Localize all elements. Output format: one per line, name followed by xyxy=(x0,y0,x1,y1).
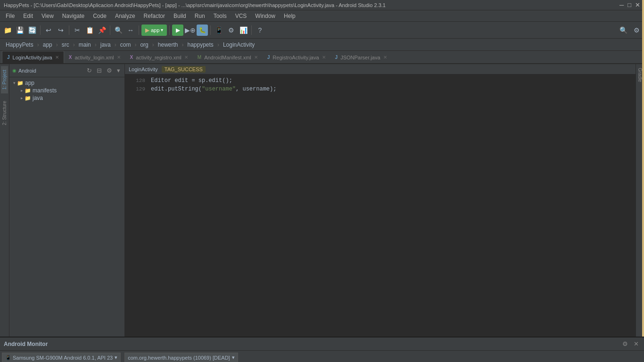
collapse-icon[interactable]: ⊟ xyxy=(95,66,103,75)
nav-app[interactable]: app xyxy=(41,41,54,49)
nav-happypets2[interactable]: happypets xyxy=(185,41,215,49)
device-icon: 📱 xyxy=(5,355,11,360)
code-line-129: 129 edit.putString("username", username)… xyxy=(129,85,632,93)
toolbar-settings-btn[interactable]: ⚙ xyxy=(631,25,642,36)
menu-help[interactable]: Help xyxy=(280,12,299,20)
project-settings-icon[interactable]: ⚙ xyxy=(105,66,114,75)
menu-tools[interactable]: Tools xyxy=(210,12,231,20)
menu-build[interactable]: Build xyxy=(170,12,190,20)
toolbar-sep-6 xyxy=(210,25,211,35)
nav-happypets[interactable]: HappyPets xyxy=(4,41,35,49)
nav-org[interactable]: org xyxy=(138,41,150,49)
device-dropdown[interactable]: 📱 Samsung SM-G900M Android 6.0.1, API 23… xyxy=(2,353,121,362)
nav-hewerth[interactable]: hewerth xyxy=(156,41,180,49)
tab-loginactivity[interactable]: J LoginActivity.java ✕ xyxy=(2,51,64,63)
nav-bar: HappyPets › app › src › main › java › co… xyxy=(0,39,644,51)
nav-main[interactable]: main xyxy=(77,41,93,49)
menu-window[interactable]: Window xyxy=(251,12,279,20)
menu-refactor[interactable]: Refactor xyxy=(140,12,169,20)
nav-java[interactable]: java xyxy=(99,41,113,49)
menu-code[interactable]: Code xyxy=(89,12,110,20)
toolbar-sep-1 xyxy=(40,25,41,35)
xml-icon-1: X xyxy=(69,55,72,60)
tab-close-activity-registro[interactable]: ✕ xyxy=(184,55,188,60)
menu-vcs[interactable]: VCS xyxy=(231,12,251,20)
sync-project-icon[interactable]: ↻ xyxy=(85,66,93,75)
run-config-dropdown[interactable]: ▶ app ▾ xyxy=(141,25,167,36)
toolbar-undo-btn[interactable]: ↩ xyxy=(43,25,54,36)
minimize-btn[interactable]: ─ xyxy=(619,1,624,8)
menu-analyze[interactable]: Analyze xyxy=(111,12,139,20)
tab-androidmanifest[interactable]: M AndroidManifest.xml ✕ xyxy=(193,51,263,63)
menu-bar: File Edit View Navigate Code Analyze Ref… xyxy=(0,10,644,22)
toolbar-replace-btn[interactable]: ↔ xyxy=(125,25,136,36)
project-panel-header: ◉ Android ↻ ⊟ ⚙ ▾ xyxy=(9,64,124,77)
toolbar-save-btn[interactable]: 💾 xyxy=(14,25,25,36)
code-content[interactable]: 128 Editor edit = sp.edit(); 129 edit.pu… xyxy=(125,74,636,337)
tree-item-manifests[interactable]: ▸ 📁 manifests xyxy=(9,87,124,94)
toolbar-search-everywhere-btn[interactable]: 🔍 xyxy=(618,25,629,36)
toolbar-run-with-coverage-btn[interactable]: ▶⊕ xyxy=(184,25,196,36)
toolbar-help-btn[interactable]: ? xyxy=(254,25,265,36)
menu-file[interactable]: File xyxy=(2,12,18,20)
toolbar-find-btn[interactable]: 🔍 xyxy=(113,25,124,36)
code-breadcrumb: LoginActivity TAG_SUCCESS xyxy=(125,64,636,74)
tab-close-androidmanifest[interactable]: ✕ xyxy=(254,55,258,60)
structure-tab[interactable]: 2: Structure xyxy=(1,97,8,129)
toolbar-paste-btn[interactable]: 📌 xyxy=(96,25,107,36)
device-label: Samsung SM-G900M Android 6.0.1, API 23 xyxy=(13,355,113,361)
android-monitor-header: Android Monitor ⚙ ✕ xyxy=(0,337,644,351)
project-panel-title: Android xyxy=(18,68,36,74)
monitor-close-icon[interactable]: ✕ xyxy=(632,339,640,349)
toolbar-open-btn[interactable]: 📁 xyxy=(2,25,13,36)
project-tab[interactable]: 1: Project xyxy=(1,66,8,93)
tab-activity-login[interactable]: X activity_login.xml ✕ xyxy=(64,51,125,63)
monitor-settings-icon[interactable]: ⚙ xyxy=(621,339,629,349)
android-monitor-title: Android Monitor xyxy=(4,341,48,347)
manifest-icon: M xyxy=(198,55,201,60)
nav-src[interactable]: src xyxy=(60,41,71,49)
toolbar-profiler-btn[interactable]: 📊 xyxy=(238,25,249,36)
tab-jsonparser[interactable]: J JSONParser.java ✕ xyxy=(330,51,392,63)
debug-btn[interactable]: 🐛 xyxy=(197,25,208,36)
toolbar-sep-2 xyxy=(69,25,69,35)
project-panel: ◉ Android ↻ ⊟ ⚙ ▾ ▾ 📁 app ▸ 📁 manifests … xyxy=(9,64,125,337)
toolbar-sync-btn[interactable]: 🔄 xyxy=(26,25,38,36)
tree-item-app[interactable]: ▾ 📁 app xyxy=(9,79,124,87)
nav-com[interactable]: com xyxy=(118,41,133,49)
maximize-btn[interactable]: □ xyxy=(627,1,631,8)
toolbar-sdk-btn[interactable]: ⚙ xyxy=(225,25,237,36)
menu-run[interactable]: Run xyxy=(191,12,209,20)
tab-close-activity-login[interactable]: ✕ xyxy=(117,55,121,60)
android-monitor-toolbar: 📱 Samsung SM-G900M Android 6.0.1, API 23… xyxy=(0,351,644,362)
toolbar-cut-btn[interactable]: ✂ xyxy=(72,25,83,36)
toolbar-sep-7 xyxy=(251,25,252,35)
toolbar-redo-btn[interactable]: ↪ xyxy=(55,25,66,36)
tab-label-jsonparser: JSONParser.java xyxy=(340,55,380,60)
title-bar: HappyPets - [C:\Users\Gabi\Desktop\Aplic… xyxy=(0,0,644,10)
device-dropdown-arrow: ▾ xyxy=(115,354,117,361)
toolbar-copy-btn[interactable]: 📋 xyxy=(84,25,95,36)
tab-close-loginactivity[interactable]: ✕ xyxy=(55,55,59,60)
tab-close-registroactivity[interactable]: ✕ xyxy=(322,55,326,60)
menu-view[interactable]: View xyxy=(38,12,58,20)
nav-loginactivity[interactable]: LoginActivity xyxy=(221,41,256,49)
toolbar-avd-btn[interactable]: 📱 xyxy=(213,25,224,36)
project-gear-icon[interactable]: ▾ xyxy=(116,66,122,75)
menu-navigate[interactable]: Navigate xyxy=(58,12,88,20)
process-dropdown[interactable]: com.org.hewerth.happypets (10069) [DEAD]… xyxy=(124,353,238,362)
toolbar-sep-4 xyxy=(139,25,139,35)
run-btn[interactable]: ▶ xyxy=(172,25,183,36)
menu-edit[interactable]: Edit xyxy=(19,12,37,20)
tab-close-jsonparser[interactable]: ✕ xyxy=(383,55,387,60)
tab-label-activity-registro: activity_registro.xml xyxy=(136,55,182,60)
java-icon-3: J xyxy=(335,55,338,60)
toolbar-sep-3 xyxy=(110,25,110,35)
tree-item-java[interactable]: ▸ 📁 java xyxy=(9,94,124,102)
android-monitor: Android Monitor ⚙ ✕ 📱 Samsung SM-G900M A… xyxy=(0,337,644,362)
tab-registroactivity[interactable]: J RegistroActivity.java ✕ xyxy=(263,51,330,63)
tab-activity-registro[interactable]: X activity_registro.xml ✕ xyxy=(125,51,193,63)
close-btn[interactable]: ✕ xyxy=(635,1,640,8)
toolbar: 📁 💾 🔄 ↩ ↪ ✂ 📋 📌 🔍 ↔ ▶ app ▾ ▶ ▶⊕ 🐛 📱 ⚙ 📊… xyxy=(0,22,644,39)
project-tree: ▾ 📁 app ▸ 📁 manifests ▸ 📁 java xyxy=(9,77,124,337)
